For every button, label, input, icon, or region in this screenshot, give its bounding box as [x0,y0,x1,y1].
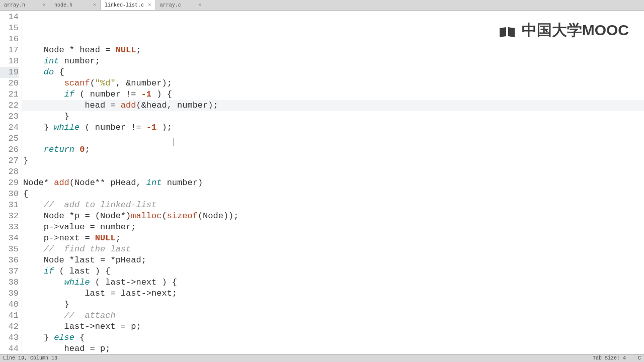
tab-label: array.c [160,3,194,8]
code-line[interactable]: // add to linked-list [22,200,644,211]
tab-label: linked-list.c [105,3,144,8]
line-number[interactable]: 34 [0,233,19,244]
code-line[interactable]: // find the last [22,244,644,255]
line-number[interactable]: 28 [0,166,19,177]
line-number[interactable]: 32 [0,211,19,222]
close-icon[interactable]: × [93,2,96,8]
code-line[interactable]: Node *p = (Node*)malloc(sizeof(Node)); [22,211,644,222]
line-number[interactable]: 33 [0,222,19,233]
code-line[interactable]: scanf("%d", &number); [22,78,644,89]
code-line[interactable]: head = add(&head, number); [22,100,644,111]
code-line[interactable]: if ( number != -1 ) { [22,89,644,100]
text-cursor [174,138,174,146]
line-number[interactable]: 37 [0,266,19,277]
code-line[interactable]: last = last->next; [22,288,644,299]
code-line[interactable]: } [22,155,644,166]
tab-label: node.h [54,3,89,8]
tab-node-h[interactable]: node.h× [50,0,101,10]
line-number[interactable]: 36 [0,255,19,266]
code-line[interactable]: Node * head = NULL; [22,45,644,56]
code-line[interactable]: } else { [22,332,644,343]
line-number[interactable]: 41 [0,310,19,321]
line-number[interactable]: 39 [0,288,19,299]
line-number[interactable]: 40 [0,299,19,310]
tab-linked-list-c[interactable]: linked-list.c× [101,0,156,10]
code-line[interactable]: Node* add(Node** pHead, int number) [22,177,644,189]
line-number[interactable]: 18 [0,56,19,67]
tab-label: array.h [4,3,38,8]
code-line[interactable]: while ( last->next ) { [22,277,644,288]
line-number[interactable]: 19 [0,67,19,78]
code-line[interactable]: return 0; [22,144,644,155]
line-number[interactable]: 14 [0,12,19,23]
line-number[interactable]: 44 [0,343,19,354]
line-number[interactable]: 38 [0,277,19,288]
status-bar: Line 19, Column 13 Tab Size: 4 C [0,354,644,362]
code-line[interactable]: last->next = p; [22,321,644,332]
line-number[interactable]: 30 [0,189,19,200]
line-number[interactable]: 31 [0,200,19,211]
code-line[interactable]: { [22,189,644,200]
watermark-text: 中国大学MOOC [522,20,629,41]
line-number[interactable]: 29 [0,177,19,189]
code-line[interactable]: Node *last = *pHead; [22,255,644,266]
line-number[interactable]: 24 [0,122,19,133]
code-line[interactable]: do { [22,67,644,78]
code-line[interactable]: } [22,111,644,122]
tab-array-h[interactable]: array.h× [0,0,50,10]
code-area[interactable]: Node * head = NULL; int number; do { sca… [22,11,644,354]
status-position[interactable]: Line 19, Column 13 [3,355,593,361]
code-line[interactable] [22,166,644,177]
line-number[interactable]: 15 [0,23,19,34]
line-number[interactable]: 25 [0,133,19,144]
code-line[interactable]: p->value = number; [22,222,644,233]
code-line[interactable]: } while ( number != -1 ); [22,122,644,133]
line-number[interactable]: 42 [0,321,19,332]
tab-bar: array.h×node.h×linked-list.c×array.c× [0,0,644,11]
editor: 1415161718192021222324252627282930313233… [0,11,644,354]
line-number[interactable]: 20 [0,78,19,89]
line-number[interactable]: 35 [0,244,19,255]
line-number[interactable]: 26 [0,144,19,155]
line-number[interactable]: 27 [0,155,19,166]
code-line[interactable] [22,133,644,144]
close-icon[interactable]: × [42,2,46,8]
status-tab-size[interactable]: Tab Size: 4 [593,355,626,361]
code-line[interactable]: int number; [22,56,644,67]
watermark-logo: 中国大学MOOC [499,20,629,41]
line-number[interactable]: 43 [0,332,19,343]
line-number[interactable]: 23 [0,111,19,122]
code-line[interactable]: } [22,299,644,310]
line-number[interactable]: 21 [0,89,19,100]
code-line[interactable]: if ( last ) { [22,266,644,277]
close-icon[interactable]: × [198,2,202,8]
tab-array-c[interactable]: array.c× [156,0,206,10]
code-line[interactable]: head = p; [22,343,644,354]
close-icon[interactable]: × [148,2,151,8]
line-gutter: 1415161718192021222324252627282930313233… [0,11,22,354]
book-icon [499,25,516,37]
code-line[interactable]: p->next = NULL; [22,233,644,244]
line-number[interactable]: 17 [0,45,19,56]
code-line[interactable]: // attach [22,310,644,321]
status-language[interactable]: C [638,355,641,361]
line-number[interactable]: 22 [0,100,19,111]
line-number[interactable]: 16 [0,34,19,45]
